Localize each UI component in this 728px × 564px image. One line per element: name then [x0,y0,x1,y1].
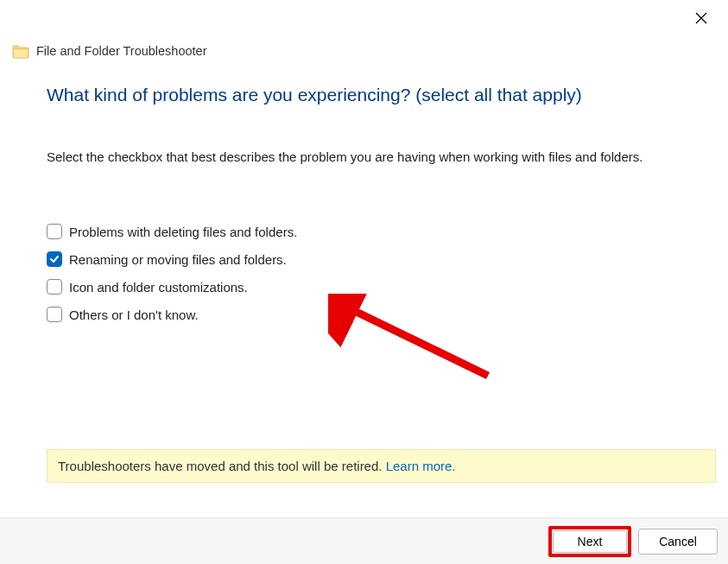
checkbox[interactable] [47,279,62,295]
annotation-highlight: Next [548,526,631,557]
option-others[interactable]: Others or I don't know. [47,307,681,322]
option-label: Icon and folder customizations. [69,280,248,295]
close-button[interactable] [688,9,714,31]
problem-options: Problems with deleting files and folders… [47,224,681,322]
checkbox[interactable] [47,224,62,239]
cancel-button[interactable]: Cancel [638,529,718,554]
main-content: What kind of problems are you experienci… [0,59,728,322]
option-label: Renaming or moving files and folders. [69,252,287,267]
page-heading: What kind of problems are you experienci… [47,85,681,105]
option-renaming-moving[interactable]: Renaming or moving files and folders. [47,251,681,267]
close-icon [695,12,707,24]
option-deleting[interactable]: Problems with deleting files and folders… [47,224,681,239]
option-icon-customizations[interactable]: Icon and folder customizations. [47,279,681,295]
window-header: File and Folder Troubleshooter [0,0,728,59]
notice-text: Troubleshooters have moved and this tool… [58,459,386,473]
checkbox[interactable] [47,307,62,322]
option-label: Others or I don't know. [69,307,199,322]
learn-more-link[interactable]: Learn more. [386,459,456,473]
folder-icon [12,43,29,59]
option-label: Problems with deleting files and folders… [69,225,297,239]
check-icon [49,254,60,264]
footer-bar: Next Cancel [0,517,728,564]
checkbox[interactable] [47,251,62,267]
window-title: File and Folder Troubleshooter [36,44,206,58]
retirement-notice: Troubleshooters have moved and this tool… [47,449,716,483]
instruction-text: Select the checkbox that best describes … [47,147,681,167]
next-button[interactable]: Next [553,530,627,553]
